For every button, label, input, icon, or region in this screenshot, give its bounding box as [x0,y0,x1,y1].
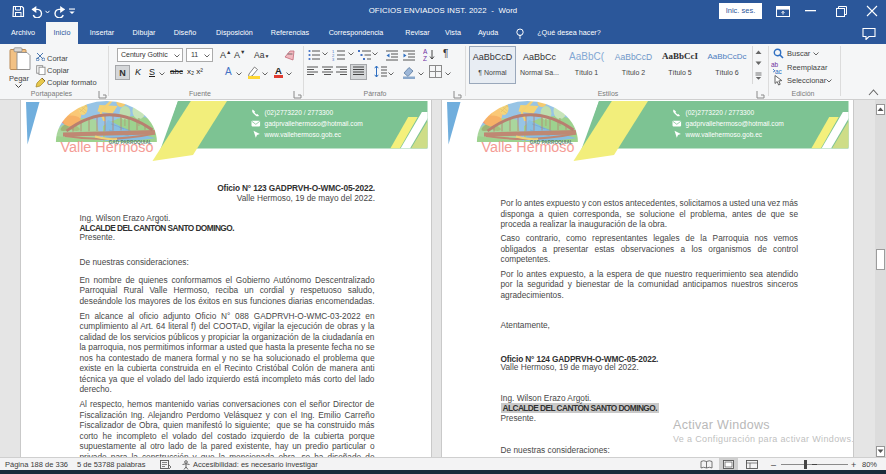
svg-text:gadprvallehermoso@hotmail.com: gadprvallehermoso@hotmail.com [265,120,364,128]
svg-text:GAD PARROQUIAL: GAD PARROQUIAL [109,139,152,145]
svg-text:Z: Z [423,55,427,62]
svg-text:A: A [423,48,428,55]
svg-text:GAD PARROQUIAL: GAD PARROQUIAL [530,139,573,145]
svg-text:gadprvallehermoso@hotmail.com: gadprvallehermoso@hotmail.com [686,120,785,128]
svg-text:www.vallehermoso.gob.ec: www.vallehermoso.gob.ec [685,131,763,139]
svg-text:ac: ac [775,68,783,75]
svg-text:3: 3 [332,57,335,62]
svg-text:(02)2773220 / 2773300: (02)2773220 / 2773300 [265,109,334,117]
svg-text:(02)2773220 / 2773300: (02)2773220 / 2773300 [686,109,755,117]
svg-text:www.vallehermoso.gob.ec: www.vallehermoso.gob.ec [264,131,342,139]
